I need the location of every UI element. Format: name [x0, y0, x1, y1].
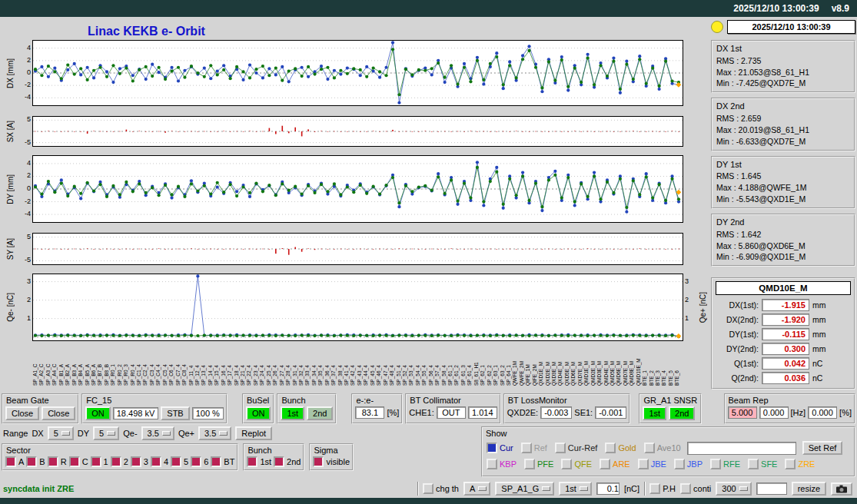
- checkbox-5[interactable]: 5: [171, 456, 188, 467]
- checkbox-2[interactable]: 2: [111, 456, 128, 467]
- range-dy-label: DY: [78, 429, 89, 438]
- bpm-label: SP_C5_4: [162, 341, 168, 386]
- y-tick: -4: [25, 93, 31, 101]
- checkbox-3[interactable]: 3: [131, 456, 148, 467]
- range-dy-select[interactable]: 5: [93, 426, 119, 440]
- checkbox-r[interactable]: R: [48, 456, 67, 467]
- y-tick: -2: [25, 197, 31, 205]
- bpm-label: QXD7E_M: [577, 341, 583, 386]
- beam-gate-close-2-button[interactable]: Close: [42, 406, 75, 420]
- bunch-1st-button[interactable]: 1st: [281, 406, 304, 420]
- checkbox-sfe[interactable]: SFE: [748, 459, 777, 469]
- checkbox-are[interactable]: ARE: [600, 459, 630, 469]
- bpm-label: SP_B7_B: [97, 341, 103, 386]
- snsr-1st-button[interactable]: 1st: [643, 406, 666, 420]
- checkbox-2nd[interactable]: 2nd: [274, 456, 301, 467]
- checkbox-ref[interactable]: Ref: [521, 443, 547, 453]
- ee-ratio-display: 83.1: [355, 406, 384, 419]
- snsr-2nd-button[interactable]: 2nd: [669, 406, 695, 420]
- timestamp-box: 2025/12/10 13:00:39: [727, 20, 855, 34]
- checkbox-indicator: [48, 456, 58, 467]
- checkbox-ave10[interactable]: Ave10: [644, 443, 681, 453]
- bpm-label: QWFE_1M: [512, 341, 518, 386]
- sx-plot[interactable]: [32, 116, 683, 147]
- checkbox-gold[interactable]: Gold: [605, 443, 636, 453]
- range-label: Range: [3, 429, 28, 438]
- checkbox-b[interactable]: B: [26, 456, 45, 467]
- replot-button[interactable]: Replot: [235, 426, 272, 440]
- checkbox-kbp[interactable]: KBP: [487, 459, 517, 469]
- checkbox-pfe[interactable]: PFE: [524, 459, 553, 469]
- checkbox-jbe[interactable]: JBE: [638, 459, 666, 469]
- checkbox-1[interactable]: 1: [91, 456, 108, 467]
- bunch-number-select[interactable]: 1st: [559, 482, 592, 496]
- busel-on-button[interactable]: ON: [246, 406, 271, 420]
- bunch-2nd-button[interactable]: 2nd: [307, 406, 333, 420]
- bpm-label: QMD2E_M: [590, 341, 596, 386]
- sy-axis-label: SY [A]: [6, 238, 15, 260]
- beam-gate-close-1-button[interactable]: Close: [5, 406, 39, 420]
- checkbox-visible[interactable]: visible: [313, 456, 350, 467]
- checkbox-c[interactable]: C: [69, 456, 88, 467]
- checkbox-qfe[interactable]: QFE: [561, 459, 592, 469]
- checkbox-indicator: [69, 456, 80, 467]
- bunch-group: Bunch 1st 2nd: [277, 393, 337, 424]
- checkbox-indicator: [680, 483, 691, 494]
- checkbox-cur-ref[interactable]: Cur-Ref: [555, 443, 598, 453]
- bpm-label: SP_25_4: [266, 341, 272, 386]
- group-title: Bunch: [247, 446, 301, 456]
- sy-plot[interactable]: [32, 233, 683, 265]
- interval-select[interactable]: 300: [716, 482, 751, 496]
- group-title: FC_15: [85, 396, 224, 406]
- stats-rms: RMS : 1.645: [716, 171, 850, 182]
- range-dx-select[interactable]: 5: [48, 426, 74, 440]
- range-qe-plus-select[interactable]: 3.5: [198, 426, 231, 440]
- q-plot[interactable]: [32, 274, 683, 341]
- dx-1st-stats: DX 1st RMS : 2.735 Max : 21.053@S8_61_H1…: [711, 40, 855, 93]
- checkbox-zre[interactable]: ZRE: [785, 459, 815, 469]
- conti-checkbox[interactable]: conti: [680, 483, 711, 494]
- checkbox-label: Ref: [534, 443, 547, 453]
- chg-th-checkbox[interactable]: chg th: [423, 483, 459, 494]
- camera-icon: [836, 486, 847, 495]
- checkbox-1st[interactable]: 1st: [247, 456, 271, 467]
- camera-button[interactable]: [831, 482, 852, 496]
- fc15-stb-button[interactable]: STB: [161, 406, 189, 420]
- checkbox-indicator: [91, 456, 101, 467]
- checkbox-a[interactable]: A: [5, 456, 24, 467]
- checkbox-indicator: [111, 456, 121, 467]
- resize-button[interactable]: resize: [792, 482, 826, 496]
- stats-title: DX 2nd: [716, 101, 850, 113]
- aux-input[interactable]: [756, 482, 787, 495]
- checkbox-6[interactable]: 6: [191, 456, 208, 467]
- ee-ratio-group: e-:e- 83.1 [%]: [351, 393, 403, 424]
- dx-plot[interactable]: [32, 40, 683, 106]
- checkbox-indicator: [785, 459, 796, 469]
- bpm-label: SP_B2_A: [65, 341, 71, 386]
- sector-letter-select[interactable]: A: [463, 482, 490, 496]
- set-ref-button[interactable]: Set Ref: [802, 441, 843, 455]
- sy-steering-chart: SY [A] 5-5: [5, 233, 708, 265]
- dy-plot[interactable]: [32, 155, 683, 223]
- ref-name-input[interactable]: [687, 442, 796, 455]
- nc-unit-label: [nC]: [624, 484, 639, 493]
- bpm-label: SP_61_2: [453, 341, 460, 386]
- checkbox-indicator: [247, 456, 257, 467]
- fc15-on-button[interactable]: ON: [85, 406, 111, 420]
- checkbox-jbp[interactable]: JBP: [674, 459, 703, 469]
- ph-checkbox[interactable]: P.H: [649, 483, 676, 494]
- checkbox-cur[interactable]: Cur: [487, 443, 513, 453]
- bpm-monitor-panel: QMD10E_M DX(1st):-1.915mm DX(2nd):-1.920…: [711, 277, 855, 390]
- y-tick: 1: [685, 314, 689, 322]
- bunch-checkboxes: 1st2nd: [247, 456, 301, 467]
- checkbox-rfe[interactable]: RFE: [710, 459, 740, 469]
- checkbox-4[interactable]: 4: [151, 456, 168, 467]
- percent-unit-label: [%]: [387, 408, 399, 417]
- bpm-label: SP_38_4: [337, 341, 344, 386]
- threshold-input[interactable]: [596, 482, 619, 495]
- checkbox-bt[interactable]: BT: [211, 456, 234, 467]
- bpm-label: QMD6E_M: [616, 341, 622, 386]
- y-tick: 2: [27, 56, 31, 64]
- range-qe-minus-select[interactable]: 3.5: [141, 426, 174, 440]
- device-select[interactable]: SP_A1_G: [495, 482, 554, 496]
